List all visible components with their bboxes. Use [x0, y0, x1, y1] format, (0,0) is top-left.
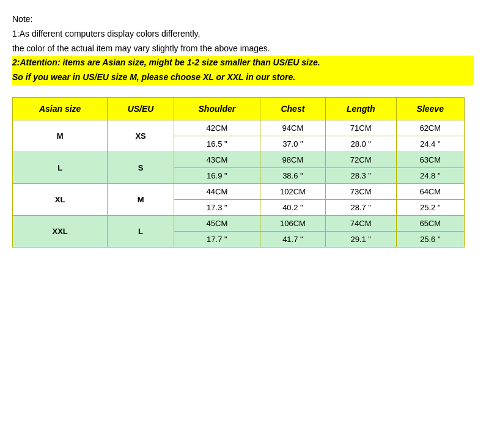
measurement-metric: 73CM: [325, 183, 396, 199]
measurement-imperial: 25.6 ": [396, 231, 465, 247]
measurement-metric: 71CM: [325, 120, 396, 136]
asian-size-cell: XXL: [13, 215, 108, 247]
measurement-imperial: 16.5 ": [174, 136, 260, 152]
measurement-metric: 94CM: [260, 120, 325, 136]
note-title: Note:: [12, 12, 474, 27]
measurement-metric: 43CM: [174, 152, 260, 167]
measurement-metric: 45CM: [174, 215, 260, 231]
measurement-imperial: 28.0 ": [325, 136, 396, 152]
measurement-metric: 74CM: [325, 215, 396, 231]
measurement-metric: 64CM: [396, 183, 465, 199]
useu-cell: S: [108, 152, 174, 183]
table-header: Shoulder: [174, 97, 260, 120]
useu-cell: L: [108, 215, 174, 247]
measurement-imperial: 41.7 ": [260, 231, 325, 247]
measurement-imperial: 37.0 ": [260, 136, 325, 152]
table-header: Chest: [260, 97, 325, 120]
table-header: Sleeve: [396, 97, 465, 120]
notes-section: Note: 1:As different computers display c…: [12, 12, 474, 85]
measurement-metric: 65CM: [396, 215, 465, 231]
table-row: MXS42CM94CM71CM62CM: [13, 120, 465, 136]
measurement-imperial: 28.3 ": [325, 167, 396, 183]
measurement-metric: 42CM: [174, 120, 260, 136]
useu-cell: M: [108, 183, 174, 215]
table-row: XXLL45CM106CM74CM65CM: [13, 215, 465, 231]
measurement-imperial: 25.2 ": [396, 199, 465, 215]
asian-size-cell: XL: [13, 183, 108, 215]
measurement-imperial: 29.1 ": [325, 231, 396, 247]
table-header: Asian size: [13, 97, 108, 120]
measurement-imperial: 38.6 ": [260, 167, 325, 183]
measurement-metric: 102CM: [260, 183, 325, 199]
measurement-imperial: 24.4 ": [396, 136, 465, 152]
table-row: LS43CM98CM72CM63CM: [13, 152, 465, 167]
note-highlight-line4: 2:Attention: items are Asian size, might…: [12, 56, 474, 70]
measurement-imperial: 28.7 ": [325, 199, 396, 215]
size-table: Asian sizeUS/EUShoulderChestLengthSleeve…: [12, 97, 465, 248]
note-highlight-line5: So if you wear in US/EU size M, please c…: [12, 70, 474, 85]
table-header: Length: [325, 97, 396, 120]
asian-size-cell: M: [13, 120, 108, 152]
measurement-imperial: 17.3 ": [174, 199, 260, 215]
measurement-imperial: 16.9 ": [174, 167, 260, 183]
measurement-imperial: 17.7 ": [174, 231, 260, 247]
measurement-metric: 72CM: [325, 152, 396, 167]
measurement-imperial: 40.2 ": [260, 199, 325, 215]
asian-size-cell: L: [13, 152, 108, 183]
measurement-metric: 62CM: [396, 120, 465, 136]
useu-cell: XS: [108, 120, 174, 152]
measurement-metric: 44CM: [174, 183, 260, 199]
measurement-metric: 63CM: [396, 152, 465, 167]
note-line3: the color of the actual item may vary sl…: [12, 42, 474, 56]
note-line2: 1:As different computers display colors …: [12, 27, 474, 42]
table-row: XLM44CM102CM73CM64CM: [13, 183, 465, 199]
measurement-metric: 98CM: [260, 152, 325, 167]
measurement-metric: 106CM: [260, 215, 325, 231]
table-header: US/EU: [108, 97, 174, 120]
measurement-imperial: 24.8 ": [396, 167, 465, 183]
